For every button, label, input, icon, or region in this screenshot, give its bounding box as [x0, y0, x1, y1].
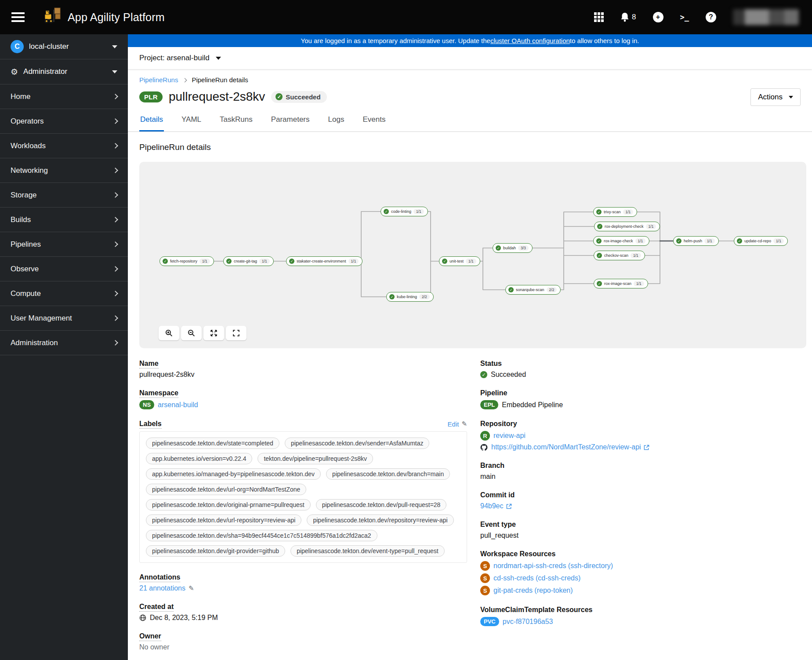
task-node-kube-linting[interactable]: ✓kube-linting2/2: [386, 292, 434, 302]
task-node-unit-test[interactable]: ✓unit-test1/1: [439, 256, 480, 266]
help-icon[interactable]: ?: [706, 12, 716, 22]
secret-badge: S: [480, 573, 490, 583]
chevron-down-icon: [112, 70, 117, 73]
check-circle-icon: ✓: [676, 238, 682, 244]
task-node-checkov-scan[interactable]: ✓checkov-scan1/1: [594, 251, 645, 260]
task-run-count: 1/1: [773, 238, 784, 244]
task-run-count: 2/2: [547, 287, 557, 292]
task-node-create-git-tag[interactable]: ✓create-git-tag1/1: [223, 256, 274, 266]
workspace-resource-row: Snordmart-api-ssh-creds (ssh-directory): [480, 561, 806, 571]
pipeline-edges: [139, 162, 806, 348]
pipeline-visualization: ✓fetch-repository1/1✓create-git-tag1/1✓s…: [139, 162, 806, 348]
project-selector[interactable]: Project: arsenal-build: [128, 47, 812, 69]
graph-controls: [159, 326, 246, 340]
sidebar-item-observe[interactable]: Observe: [0, 257, 128, 281]
check-circle-icon: ✓: [163, 259, 168, 264]
login-notice-banner: You are logged in as a temporary adminis…: [128, 34, 812, 47]
task-node-update-cd-repo[interactable]: ✓update-cd-repo1/1: [734, 236, 788, 246]
sidebar-item-home[interactable]: Home: [0, 84, 128, 109]
annotations-link[interactable]: 21 annotations: [139, 584, 185, 592]
sidebar-item-compute[interactable]: Compute: [0, 281, 128, 306]
cluster-selector[interactable]: C local-cluster: [0, 34, 128, 59]
check-circle-icon: ✓: [496, 245, 501, 251]
user-menu[interactable]: [733, 9, 799, 25]
tab-events[interactable]: Events: [362, 112, 386, 131]
chevron-right-icon: [112, 143, 118, 149]
pvc-badge: PVC: [480, 617, 499, 626]
pencil-icon: ✎: [188, 584, 194, 592]
banner-text: You are logged in as a temporary adminis…: [301, 37, 490, 44]
task-node-fetch-repository[interactable]: ✓fetch-repository1/1: [160, 256, 214, 266]
oauth-config-link[interactable]: cluster OAuth configuration: [490, 37, 570, 44]
sidebar-item-label: Home: [11, 92, 30, 101]
label-chip: pipelinesascode.tekton.dev/repository=re…: [307, 514, 453, 526]
created-at-label: Created at: [139, 603, 174, 612]
task-node-rox-image-check[interactable]: ✓rox-image-check1/1: [593, 236, 649, 246]
sidebar-item-builds[interactable]: Builds: [0, 208, 128, 232]
globe-icon: [139, 614, 146, 621]
task-node-rox-image-scan[interactable]: ✓rox-image-scan1/1: [594, 279, 648, 288]
workspace-resource-link[interactable]: cd-ssh-creds (cd-ssh-creds): [493, 574, 580, 582]
task-node-sonarqube-scan[interactable]: ✓sonarqube-scan2/2: [505, 285, 561, 295]
breadcrumb-pipelineruns-link[interactable]: PipelineRuns: [139, 76, 178, 84]
actions-dropdown[interactable]: Actions: [750, 88, 801, 106]
commit-link[interactable]: 94b9ec: [480, 502, 504, 510]
commit-label: Commit id: [480, 491, 806, 499]
sidebar-item-operators[interactable]: Operators: [0, 109, 128, 134]
pvc-link[interactable]: pvc-f870196a53: [503, 618, 553, 626]
pipeline-value: Embedded Pipeline: [502, 401, 563, 409]
tab-taskruns[interactable]: TaskRuns: [219, 112, 254, 131]
check-circle-icon: ✓: [597, 253, 602, 258]
quick-create-icon[interactable]: +: [653, 12, 663, 22]
sidebar-item-networking[interactable]: Networking: [0, 158, 128, 183]
workspace-resource-link[interactable]: nordmart-api-ssh-creds (ssh-directory): [493, 562, 613, 570]
label-chip: pipelinesascode.tekton.dev/sha=94b9ecf44…: [146, 530, 377, 541]
app-launcher-icon[interactable]: [594, 12, 604, 22]
label-chip: pipelinesascode.tekton.dev/url-repositor…: [146, 514, 301, 526]
notifications-bell-icon[interactable]: 8: [620, 12, 636, 22]
repository-link[interactable]: review-api: [493, 432, 526, 440]
event-type-group: Event type pull_request: [480, 521, 806, 540]
tab-parameters[interactable]: Parameters: [270, 112, 311, 131]
fit-to-screen-button[interactable]: [203, 326, 224, 340]
menu-toggle-icon[interactable]: [11, 12, 25, 22]
tab-yaml[interactable]: YAML: [181, 112, 202, 131]
pipeline-label: Pipeline: [480, 389, 806, 397]
edit-labels-link[interactable]: Edit: [448, 420, 459, 428]
chevron-right-icon: [112, 192, 118, 198]
sidebar-item-user-management[interactable]: User Management: [0, 306, 128, 331]
chevron-down-icon: [112, 45, 117, 48]
breadcrumb-current: PipelineRun details: [192, 76, 248, 84]
task-node-rox-deployment-check[interactable]: ✓rox-deployment-check1/1: [594, 222, 660, 231]
check-circle-icon: ✓: [480, 371, 487, 378]
chevron-right-icon: [112, 340, 118, 346]
tab-logs[interactable]: Logs: [327, 112, 345, 131]
label-chip: pipelinesascode.tekton.dev/event-type=pu…: [290, 545, 445, 557]
sidebar-item-storage[interactable]: Storage: [0, 183, 128, 208]
sidebar-item-administration[interactable]: Administration: [0, 331, 128, 355]
perspective-selector[interactable]: ⚙ Administrator: [0, 59, 128, 84]
repository-url-link[interactable]: https://github.com/NordMartTestZone/revi…: [491, 443, 641, 451]
task-run-count: 1/1: [259, 259, 270, 264]
task-node-trivy-scan[interactable]: ✓trivy-scan1/1: [593, 207, 637, 217]
task-run-count: 1/1: [199, 259, 210, 264]
task-node-code-linting[interactable]: ✓code-linting1/1: [381, 207, 428, 216]
check-circle-icon: ✓: [289, 259, 294, 264]
sidebar-item-workloads[interactable]: Workloads: [0, 134, 128, 158]
task-name: code-linting: [391, 209, 411, 214]
task-node-stakater-create-environment[interactable]: ✓stakater-create-environment1/1: [286, 256, 362, 266]
event-type-label: Event type: [480, 521, 806, 529]
zoom-out-button[interactable]: [181, 326, 202, 340]
workspace-resource-link[interactable]: git-pat-creds (repo-token): [493, 587, 573, 594]
task-node-helm-push[interactable]: ✓helm-push1/1: [673, 236, 719, 246]
task-name: kube-linting: [397, 295, 417, 299]
check-circle-icon: ✓: [597, 224, 602, 229]
task-node-buildah[interactable]: ✓buildah3/3: [493, 243, 533, 253]
sidebar-item-pipelines[interactable]: Pipelines: [0, 232, 128, 257]
vct-resources-label: VolumeClaimTemplate Resources: [480, 606, 806, 614]
zoom-in-button[interactable]: [159, 326, 179, 340]
fullscreen-button[interactable]: [226, 326, 246, 340]
terminal-icon[interactable]: >_: [680, 13, 689, 22]
tab-details[interactable]: Details: [139, 112, 164, 131]
namespace-link[interactable]: arsenal-build: [158, 401, 198, 409]
